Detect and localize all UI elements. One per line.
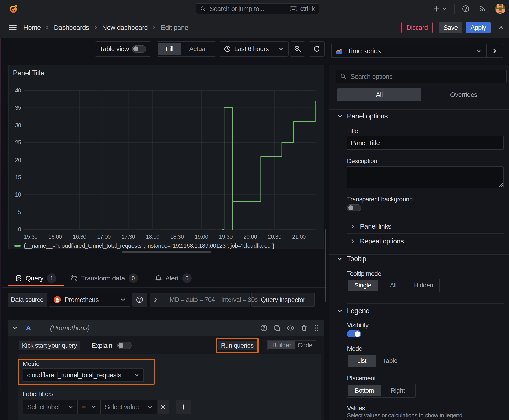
operator-dropdown[interactable]: = bbox=[78, 400, 101, 414]
tooltip-mode-label: Tooltip mode bbox=[347, 270, 381, 277]
query-ref-id: A bbox=[26, 324, 31, 332]
visualization-value: Time series bbox=[347, 47, 381, 55]
collapse-header-button[interactable] bbox=[498, 25, 504, 30]
chart-legend[interactable]: {__name__="cloudflared_tunnel_total_requ… bbox=[14, 242, 274, 249]
select-value-dropdown[interactable]: Select value bbox=[101, 400, 157, 414]
svg-text:5: 5 bbox=[18, 209, 21, 215]
code-option[interactable]: Code bbox=[295, 341, 315, 349]
add-filter-button[interactable] bbox=[176, 400, 191, 414]
panel-links-section[interactable]: Panel links bbox=[350, 223, 391, 230]
breadcrumb-new-dashboard[interactable]: New dashboard bbox=[102, 24, 148, 31]
zoom-out-button[interactable] bbox=[290, 41, 305, 57]
panel-resize-handle[interactable] bbox=[122, 251, 211, 253]
tab-transform-data[interactable]: Transform data 0 bbox=[63, 270, 145, 286]
visualization-picker[interactable]: Time series bbox=[331, 44, 503, 58]
tabs-divider bbox=[2, 287, 327, 288]
legend-mode-table[interactable]: Table bbox=[376, 355, 404, 367]
datasource-picker[interactable]: Prometheus bbox=[49, 292, 130, 307]
search-shortcut-label: ctrl+k bbox=[300, 5, 315, 12]
tooltip-section-header[interactable]: Tooltip bbox=[337, 255, 366, 263]
table-view-toggle[interactable] bbox=[132, 45, 146, 52]
tooltip-mode-hidden[interactable]: Hidden bbox=[409, 280, 439, 291]
edit-panel-content: Table view Fill Actual Last 6 hours Pane… bbox=[0, 38, 509, 420]
select-label-dropdown[interactable]: Select label bbox=[23, 400, 78, 414]
tab-overrides[interactable]: Overrides bbox=[421, 88, 506, 101]
tooltip-mode-all[interactable]: All bbox=[378, 280, 408, 291]
legend-mode-list[interactable]: List bbox=[348, 355, 376, 367]
title-input[interactable]: Panel Title bbox=[347, 136, 504, 150]
save-button[interactable]: Save bbox=[439, 22, 462, 33]
builder-option[interactable]: Builder bbox=[268, 341, 295, 349]
apply-button[interactable]: Apply bbox=[466, 22, 491, 33]
datasource-help-button[interactable] bbox=[132, 292, 147, 307]
tab-alert[interactable]: Alert 0 bbox=[148, 270, 199, 286]
alert-count-badge: 0 bbox=[182, 273, 192, 283]
delete-query-icon[interactable] bbox=[301, 325, 307, 331]
options-search-input[interactable]: Search options bbox=[336, 69, 507, 83]
legend-placement-right[interactable]: Right bbox=[381, 385, 415, 397]
options-search-placeholder: Search options bbox=[350, 73, 392, 80]
time-series-viz-icon bbox=[336, 47, 343, 54]
description-textarea[interactable] bbox=[347, 166, 504, 188]
transparent-background-toggle[interactable] bbox=[347, 204, 361, 211]
metric-select[interactable]: cloudflared_tunnel_total_requests bbox=[23, 368, 144, 382]
query-help-icon[interactable] bbox=[260, 324, 267, 332]
svg-text:20: 20 bbox=[15, 157, 21, 163]
drag-handle-icon[interactable] bbox=[314, 324, 319, 332]
menu-toggle-button[interactable] bbox=[8, 23, 17, 32]
divider bbox=[347, 303, 504, 304]
max-data-points-text: MD = auto = 704 bbox=[170, 292, 215, 307]
run-queries-button[interactable]: Run queries bbox=[218, 341, 257, 351]
chart-panel: Panel Title 051015202530354015:3016:0016… bbox=[8, 65, 324, 249]
panel-options-section-header[interactable]: Panel options bbox=[337, 112, 387, 120]
toggle-visibility-icon[interactable] bbox=[287, 325, 295, 331]
svg-text:10: 10 bbox=[15, 191, 21, 198]
toggle-viz-suggestions-button[interactable] bbox=[486, 48, 503, 54]
query-inspector-button[interactable]: Query inspector bbox=[251, 292, 315, 307]
legend-visibility-toggle[interactable] bbox=[347, 330, 361, 338]
collapse-query-icon[interactable] bbox=[12, 325, 17, 331]
svg-text:16:00: 16:00 bbox=[48, 233, 62, 240]
discard-button[interactable]: Discard bbox=[402, 22, 433, 33]
description-label: Description bbox=[347, 158, 377, 165]
time-range-picker[interactable]: Last 6 hours bbox=[219, 41, 289, 57]
scrollbar-thumb[interactable] bbox=[325, 229, 326, 301]
prometheus-logo-icon bbox=[53, 296, 61, 304]
query-options-expand-icon[interactable] bbox=[150, 292, 162, 307]
time-series-chart[interactable]: 051015202530354015:3016:0016:3017:0017:3… bbox=[8, 77, 325, 243]
refresh-button[interactable] bbox=[309, 41, 325, 57]
svg-text:15: 15 bbox=[15, 174, 21, 180]
user-avatar[interactable] bbox=[495, 4, 505, 14]
svg-text:30: 30 bbox=[15, 122, 21, 128]
remove-filter-button[interactable] bbox=[158, 400, 169, 414]
kick-start-query-button[interactable]: Kick start your query bbox=[19, 341, 80, 351]
tab-all-options[interactable]: All bbox=[337, 88, 421, 101]
search-icon bbox=[200, 6, 206, 12]
search-bar[interactable]: Search or jump to... ctrl+k bbox=[196, 3, 319, 14]
add-new-button[interactable] bbox=[430, 5, 450, 12]
repeat-options-section[interactable]: Repeat options bbox=[350, 237, 404, 245]
textarea-resize-icon[interactable] bbox=[499, 183, 503, 187]
query-row-header[interactable]: A (Prometheus) bbox=[8, 320, 324, 336]
fill-option[interactable]: Fill bbox=[158, 43, 181, 55]
label-filters-row: Select label = Select value bbox=[23, 400, 191, 414]
legend-placement-bottom[interactable]: Bottom bbox=[348, 385, 381, 397]
legend-series-color bbox=[14, 245, 21, 247]
explain-toggle[interactable] bbox=[117, 342, 131, 349]
breadcrumb-dashboards[interactable]: Dashboards bbox=[54, 24, 89, 31]
news-button[interactable] bbox=[476, 5, 489, 13]
page-header-row: Home Dashboards New dashboard Edit panel… bbox=[0, 17, 509, 38]
grafana-logo-icon[interactable] bbox=[8, 4, 18, 14]
chevron-down-icon bbox=[147, 404, 153, 410]
section-divider bbox=[329, 110, 509, 110]
query-datasource-hint: (Prometheus) bbox=[50, 324, 90, 332]
breadcrumb-home[interactable]: Home bbox=[23, 24, 41, 31]
breadcrumb-edit-panel: Edit panel bbox=[161, 24, 190, 31]
tab-query[interactable]: Query 1 bbox=[8, 270, 63, 286]
keyboard-icon bbox=[290, 6, 297, 11]
duplicate-query-icon[interactable] bbox=[274, 325, 281, 331]
tooltip-mode-single[interactable]: Single bbox=[348, 280, 378, 291]
actual-option[interactable]: Actual bbox=[181, 43, 215, 55]
legend-section-header[interactable]: Legend bbox=[337, 307, 369, 315]
help-button[interactable] bbox=[459, 5, 472, 13]
